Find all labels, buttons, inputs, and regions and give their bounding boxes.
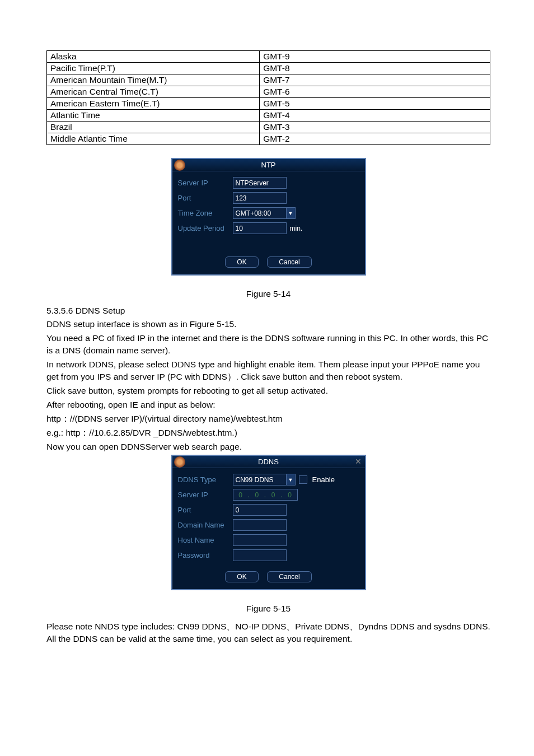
body-text: In network DDNS, please select DDNS type… — [46, 358, 490, 383]
section-heading: 5.3.5.6 DDNS Setup — [46, 306, 490, 316]
table-cell: GMT-2 — [260, 133, 490, 145]
ntp-dialog: NTP Server IP Port Time Zone ▼ — [171, 158, 366, 276]
port-label: Port — [178, 194, 229, 202]
globe-icon — [174, 456, 185, 468]
table-cell: Middle Atlantic Time — [47, 133, 260, 145]
update-period-input[interactable] — [233, 222, 287, 234]
dialog-title: DDNS ✕ — [172, 456, 365, 468]
body-text: e.g.: http：//10.6.2.85/DVR _DDNS/webtest… — [46, 427, 490, 439]
ddns-type-label: DDNS Type — [178, 475, 229, 484]
password-label: Password — [178, 551, 229, 559]
table-cell: GMT-9 — [260, 51, 490, 63]
period-unit: min. — [290, 225, 303, 232]
table-cell: GMT-4 — [260, 110, 490, 122]
timezone-label: Time Zone — [178, 209, 229, 217]
timezone-select[interactable] — [233, 207, 287, 219]
globe-icon — [174, 160, 185, 171]
timezone-table: AlaskaGMT-9Pacific Time(P.T)GMT-8America… — [46, 50, 490, 145]
port-input[interactable] — [233, 192, 287, 204]
table-cell: American Mountain Time(M.T) — [47, 74, 260, 86]
chevron-down-icon[interactable]: ▼ — [287, 474, 296, 486]
table-row: Middle Atlantic TimeGMT-2 — [47, 133, 490, 145]
table-row: AlaskaGMT-9 — [47, 51, 490, 63]
port-label: Port — [178, 506, 229, 514]
ok-button[interactable]: OK — [225, 256, 258, 268]
body-text: Click save button, system prompts for re… — [46, 385, 490, 397]
chevron-down-icon[interactable]: ▼ — [287, 207, 296, 219]
body-text: You need a PC of fixed IP in the interne… — [46, 332, 490, 357]
table-row: Atlantic TimeGMT-4 — [47, 110, 490, 122]
table-row: BrazilGMT-3 — [47, 122, 490, 133]
table-cell: GMT-7 — [260, 74, 490, 86]
server-ip-input[interactable] — [233, 177, 287, 189]
table-cell: GMT-8 — [260, 63, 490, 74]
table-cell: GMT-5 — [260, 98, 490, 110]
table-row: Pacific Time(P.T)GMT-8 — [47, 63, 490, 74]
body-text: Now you can open DDNSServer web search p… — [46, 441, 490, 453]
host-name-input[interactable] — [233, 534, 287, 546]
server-ip-label: Server IP — [178, 491, 229, 499]
table-cell: Atlantic Time — [47, 110, 260, 122]
figure-caption: Figure 5-15 — [46, 604, 490, 614]
table-cell: American Central Time(C.T) — [47, 86, 260, 98]
table-cell: GMT-3 — [260, 122, 490, 133]
server-ip-input[interactable]: 0. 0. 0. 0 — [233, 489, 298, 501]
table-cell: Alaska — [47, 51, 260, 63]
table-cell: American Eastern Time(E.T) — [47, 98, 260, 110]
title-text: NTP — [261, 161, 276, 169]
ok-button[interactable]: OK — [225, 571, 258, 582]
password-input[interactable] — [233, 549, 287, 561]
enable-label: Enable — [312, 475, 335, 484]
table-row: American Central Time(C.T)GMT-6 — [47, 86, 490, 98]
table-cell: GMT-6 — [260, 86, 490, 98]
title-text: DDNS — [258, 458, 279, 466]
enable-checkbox[interactable] — [299, 475, 307, 484]
figure-caption: Figure 5-14 — [46, 289, 490, 299]
host-name-label: Host Name — [178, 536, 229, 544]
table-row: American Eastern Time(E.T)GMT-5 — [47, 98, 490, 110]
dialog-title: NTP — [172, 159, 365, 171]
cancel-button[interactable]: Cancel — [267, 256, 311, 268]
server-ip-label: Server IP — [178, 179, 229, 187]
body-text: Please note NNDS type includes: CN99 DDN… — [46, 620, 490, 645]
update-period-label: Update Period — [178, 224, 229, 232]
cancel-button[interactable]: Cancel — [267, 571, 311, 582]
domain-name-label: Domain Name — [178, 521, 229, 529]
body-text: http：//(DDNS server IP)/(virtual directo… — [46, 413, 490, 425]
body-text: DDNS setup interface is shown as in Figu… — [46, 318, 490, 330]
table-cell: Brazil — [47, 122, 260, 133]
domain-name-input[interactable] — [233, 519, 287, 531]
ddns-type-select[interactable] — [233, 474, 287, 486]
table-row: American Mountain Time(M.T)GMT-7 — [47, 74, 490, 86]
port-input[interactable] — [233, 504, 287, 516]
body-text: After rebooting, open IE and input as be… — [46, 399, 490, 411]
table-cell: Pacific Time(P.T) — [47, 63, 260, 74]
close-icon[interactable]: ✕ — [355, 457, 362, 466]
ddns-dialog: DDNS ✕ DDNS Type ▼ Enable Server IP 0. — [171, 455, 366, 590]
